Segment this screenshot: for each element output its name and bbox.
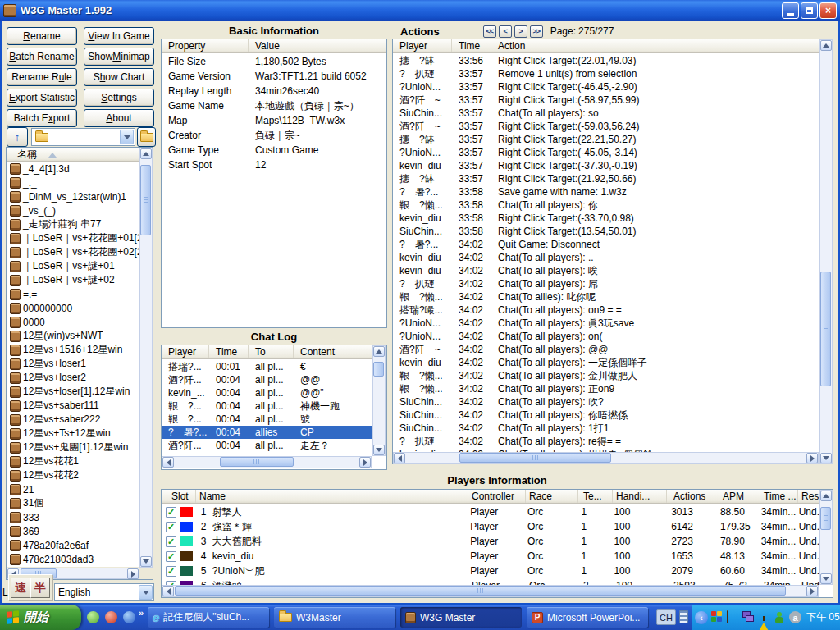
player-row[interactable]: ✓ 1 射撃人 Player Orc 1 100 3013 88.50 34mi… [162, 504, 819, 519]
file-list-item[interactable]: 000000000 [7, 301, 139, 315]
taskbar-task-w3master-folder[interactable]: W3Master [274, 607, 395, 628]
basic-info-row[interactable]: Game Version War3:TFT1.21 build 6052 [162, 69, 386, 84]
file-list-item[interactable]: 12星vs+saber222 [7, 413, 139, 427]
file-list-item[interactable]: 31個 [7, 496, 139, 510]
players-horizontal-scrollbar[interactable] [162, 585, 819, 597]
file-list-item[interactable]: ｜LoSeR｜vs+謎+02 [7, 273, 139, 287]
column-header-time[interactable]: Time [452, 39, 491, 52]
action-row[interactable]: ? 扒璭 34:02 Chat(To all players): 屌 [393, 277, 819, 290]
about-button[interactable]: About [84, 109, 154, 127]
rename-button[interactable]: Rename [7, 27, 77, 45]
column-header-res[interactable]: Res [798, 490, 819, 503]
file-list-item[interactable]: _4_4[1].3d [7, 162, 139, 176]
player-checkbox[interactable]: ✓ [166, 566, 176, 577]
column-header-time[interactable]: Time [209, 345, 249, 358]
language-combobox[interactable]: English [54, 583, 154, 601]
column-header-team[interactable]: Te... [578, 490, 613, 503]
taskbar-task-w3gmaster[interactable]: W3G Master [400, 607, 522, 628]
page-next-button[interactable]: > [514, 25, 527, 38]
basic-info-row[interactable]: Game Type Custom Game [162, 143, 386, 158]
tray-messenger-person-icon[interactable] [774, 611, 786, 623]
scroll-up-button[interactable] [820, 491, 832, 501]
file-name-column-header[interactable]: 名稱 [7, 148, 139, 162]
scrollbar-thumb[interactable] [140, 165, 151, 235]
action-row[interactable]: SiuChin... 33:57 Chat(To all players): s… [393, 107, 819, 120]
file-list-item[interactable]: 333 [7, 510, 139, 524]
column-header-name[interactable]: Name [196, 490, 468, 503]
action-row[interactable]: kevin_diu 34:02 Chat(To all players): 唉 [393, 264, 819, 277]
view-in-game-button[interactable]: View In Game [84, 27, 154, 45]
action-row[interactable]: ? 暑?... 33:58 Save game with name: 1.w3z [393, 185, 819, 199]
file-list-item[interactable]: 12星vs花花1 [7, 454, 139, 468]
action-row[interactable]: ?UnioN... 33:57 Right Click Target:(-45.… [393, 146, 819, 159]
folder-combobox[interactable] [31, 128, 135, 146]
keyboard-icon[interactable] [679, 610, 688, 623]
player-checkbox[interactable]: ✓ [166, 507, 176, 518]
scrollbar-thumb[interactable] [220, 457, 294, 467]
file-list-vertical-scrollbar[interactable] [139, 148, 153, 568]
show-chart-button[interactable]: Show Chart [84, 68, 154, 86]
quick-launch-icon-2[interactable] [105, 611, 117, 623]
scroll-right-button[interactable] [359, 457, 371, 468]
action-row[interactable]: 酒?阡 ~ 33:57 Right Click Target:(-58.97,5… [393, 94, 819, 107]
page-prev-button[interactable]: < [499, 25, 512, 38]
action-row[interactable]: kevin_diu 33:57 Right Click Target:(-37.… [393, 159, 819, 172]
action-row[interactable]: 鞎 ?懶... 34:02 Chat(To all players): 金川做肥… [393, 369, 819, 382]
tray-network-monitors-icon[interactable] [742, 611, 755, 623]
scroll-up-button[interactable] [373, 346, 385, 357]
action-row[interactable]: SiuChin... 33:58 Right Click Target:(13.… [393, 225, 819, 238]
file-list-item[interactable]: _走場汁莊狗 串77 [7, 217, 139, 231]
close-button[interactable]: × [819, 2, 837, 19]
scrollbar-thumb[interactable] [175, 586, 786, 596]
player-row[interactable]: ✓ 4 kevin_diu Player Orc 1 100 1653 48.1… [162, 549, 819, 564]
action-row[interactable]: ? 暑?... 34:02 Quit Game: Disconnect [393, 238, 819, 251]
scroll-down-button[interactable] [820, 453, 832, 463]
action-row[interactable]: ?UnioN... 34:02 Chat(To all players): on… [393, 330, 819, 343]
column-header-race[interactable]: Race [526, 490, 578, 503]
scrollbar-thumb[interactable] [820, 507, 831, 530]
basic-info-row[interactable]: Map Maps\112B_TW.w3x [162, 113, 386, 128]
chat-row[interactable]: 鞎 ?... 00:04 all pl... 神機一跑 [162, 399, 372, 413]
language-indicator[interactable]: CH [656, 609, 676, 625]
settings-button[interactable]: Settings [84, 89, 154, 107]
player-row[interactable]: ✓ 3 大大舊肥料 Player Orc 1 100 2723 78.90 34… [162, 534, 819, 549]
scroll-right-button[interactable] [806, 453, 818, 463]
column-header-actions[interactable]: Actions [667, 490, 719, 503]
file-list-item[interactable]: 12星vs+loser1 [7, 357, 139, 371]
action-row[interactable]: 酒?阡 ~ 34:02 Chat(To all players): @@ [393, 343, 819, 356]
scrollbar-thumb[interactable] [820, 272, 831, 386]
basic-info-row[interactable]: File Size 1,180,502 Bytes [162, 54, 386, 69]
file-list-item[interactable]: 12星vs+loser2 [7, 371, 139, 385]
basic-info-row[interactable]: Game Name 本地遊戲（負碌｜宗~） [162, 98, 386, 113]
action-row[interactable]: 酒?阡 ~ 33:57 Right Click Target:(-59.03,5… [393, 120, 819, 133]
scrollbar-thumb[interactable] [373, 362, 384, 377]
page-last-button[interactable]: >> [530, 25, 543, 38]
start-button[interactable]: 開始 [0, 605, 81, 630]
scrollbar-thumb[interactable] [459, 453, 611, 463]
action-row[interactable]: ? 扒璭 34:02 Chat(To all players): re得= = [393, 435, 819, 448]
players-vertical-scrollbar[interactable] [819, 490, 833, 585]
file-list-item[interactable]: 12星vs+鬼團[1].12星win [7, 441, 139, 454]
action-row[interactable]: 鞎 ?懶... 33:58 Chat(To all players): 你 [393, 199, 819, 212]
file-list-item[interactable]: 12星vs+loser[1].12星win [7, 385, 139, 399]
file-list-item[interactable]: 478c21803dad3 [7, 552, 139, 566]
scroll-down-button[interactable] [373, 445, 385, 455]
quick-launch-icon-1[interactable] [87, 611, 99, 623]
quick-launch-icon-3[interactable] [123, 611, 135, 623]
export-statistic-button[interactable]: Export Statistic [7, 89, 77, 107]
file-list-item[interactable]: 478a20fa2e6af [7, 538, 139, 552]
file-list-item[interactable]: 12星vs花花2 [7, 468, 139, 482]
column-header-player[interactable]: Player [162, 345, 209, 358]
file-list-item[interactable]: =.= [7, 287, 139, 301]
folder-up-button[interactable]: ↑ [7, 127, 28, 147]
column-header-handicap[interactable]: Handi... [613, 490, 667, 503]
batch-rename-button[interactable]: Batch Rename [7, 48, 77, 66]
scroll-left-button[interactable] [394, 453, 405, 463]
scroll-down-button[interactable] [820, 573, 832, 584]
column-header-time[interactable]: Time ... [760, 490, 798, 503]
column-header-apm[interactable]: APM [719, 490, 760, 503]
app-scroll-icon[interactable] [3, 4, 16, 17]
action-row[interactable]: ?UnioN... 34:02 Chat(To all players): 眞3… [393, 317, 819, 330]
column-header-property[interactable]: Property [162, 39, 249, 52]
chat-row[interactable]: ? 暑?... 00:04 allies CP [162, 426, 372, 439]
